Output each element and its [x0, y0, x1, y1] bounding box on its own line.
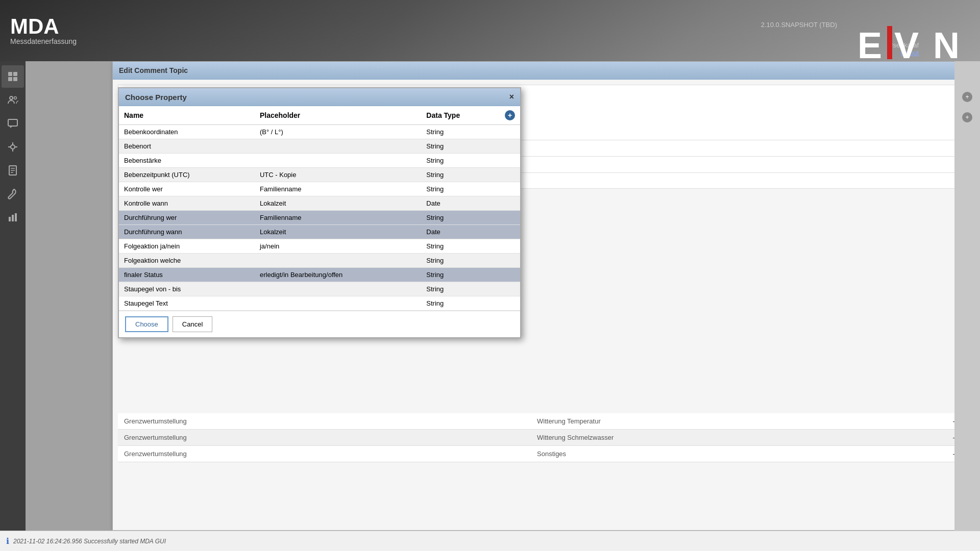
table-row[interactable]: Durchführung wann Lokalzeit Date: [119, 225, 520, 239]
prop-datatype-cell: String: [421, 211, 500, 225]
svg-rect-2: [8, 77, 12, 81]
status-info-icon: ℹ: [6, 536, 9, 546]
prop-name-cell: Staupegel Text: [119, 296, 255, 311]
right-add-btn[interactable]: +: [962, 92, 972, 102]
users-icon-btn[interactable]: [2, 89, 24, 111]
table-row[interactable]: Bebenort String: [119, 139, 520, 154]
prop-name-cell: Staupegel von - bis: [119, 282, 255, 296]
table-row[interactable]: Bebenzeitpunkt (UTC) UTC - Kopie String: [119, 168, 520, 182]
prop-name-cell: Bebenort: [119, 139, 255, 154]
prop-placeholder-cell: erledigt/in Bearbeitung/offen: [255, 268, 421, 282]
choose-dialog-close-btn[interactable]: ×: [509, 92, 514, 102]
left-icon-bar: [0, 61, 26, 531]
svg-text:N: N: [933, 25, 960, 64]
table-row[interactable]: Staupegel Text String: [119, 296, 520, 311]
prop-action-cell: [500, 296, 520, 311]
bottom-row-1-col2: Witterung Temperatur: [531, 413, 944, 429]
prop-name-cell: Bebenkoordinaten: [119, 125, 255, 139]
prop-action-cell: [500, 268, 520, 282]
svg-rect-1: [13, 72, 17, 76]
prop-datatype-cell: String: [421, 168, 500, 182]
prop-action-cell: [500, 154, 520, 168]
prop-action-cell: [500, 239, 520, 254]
prop-placeholder-cell: Familienname: [255, 211, 421, 225]
prop-placeholder-cell: Lokalzeit: [255, 225, 421, 239]
main-area: Edit Comment Topic × Nam finale Add TV- …: [26, 61, 980, 531]
prop-datatype-cell: String: [421, 296, 500, 311]
svg-point-4: [10, 96, 13, 99]
prop-placeholder-cell: (B° / L°): [255, 125, 421, 139]
table-row[interactable]: Kontrolle wann Lokalzeit Date: [119, 196, 520, 211]
prop-action-cell: [500, 168, 520, 182]
choose-dialog-header: Choose Property ×: [119, 88, 520, 106]
prop-placeholder-cell: Lokalzeit: [255, 196, 421, 211]
table-row[interactable]: Folgeaktion ja/nein ja/nein String: [119, 239, 520, 254]
document-icon-btn[interactable]: [2, 159, 24, 182]
wrench-icon-btn[interactable]: [2, 183, 24, 205]
app-header: MDA Messdatenerfassung 2.10.0.SNAPSHOT (…: [0, 0, 980, 61]
prop-datatype-cell: String: [421, 282, 500, 296]
prop-name-cell: Folgeaktion welche: [119, 254, 255, 268]
bottom-row-3-col2: Sonstiges: [531, 446, 944, 462]
table-row[interactable]: Durchführung wer Familienname String: [119, 211, 520, 225]
col-name-header: Name: [119, 106, 255, 125]
svg-text:V: V: [894, 25, 919, 64]
prop-action-cell: [500, 225, 520, 239]
svg-point-7: [11, 145, 15, 149]
prop-name-cell: Durchführung wann: [119, 225, 255, 239]
choose-property-dialog: Choose Property × Name Placeholder Data …: [118, 87, 521, 338]
bottom-row-1-col1: Grenzwertumstellung: [118, 413, 531, 429]
table-row[interactable]: Staupegel von - bis String: [119, 282, 520, 296]
prop-placeholder-cell: [255, 254, 421, 268]
version-label: 2.10.0.SNAPSHOT (TBD): [761, 21, 837, 29]
add-property-col: +: [500, 106, 520, 125]
prop-action-cell: [500, 196, 520, 211]
status-bar: ℹ 2021-11-02 16:24:26.956 Successfully s…: [0, 531, 980, 551]
choose-dialog-title: Choose Property: [125, 93, 187, 102]
bottom-row-2-col1: Grenzwertumstellung: [118, 430, 531, 445]
cancel-button[interactable]: Cancel: [173, 316, 212, 332]
prop-placeholder-cell: [255, 154, 421, 168]
col-datatype-header: Data Type: [421, 106, 500, 125]
add-property-btn[interactable]: +: [505, 110, 515, 120]
prop-action-cell: [500, 282, 520, 296]
table-row[interactable]: Folgeaktion welche String: [119, 254, 520, 268]
prop-placeholder-cell: ja/nein: [255, 239, 421, 254]
property-table-body: Bebenkoordinaten (B° / L°) String Bebeno…: [119, 125, 520, 311]
edit-dialog-title: Edit Comment Topic: [119, 66, 188, 74]
bottom-row-2-col2: Witterung Schmelzwasser: [531, 430, 944, 445]
table-row[interactable]: Kontrolle wer Familienname String: [119, 182, 520, 196]
table-row[interactable]: Bebenstärke String: [119, 154, 520, 168]
grid-icon-btn[interactable]: [2, 65, 24, 88]
choose-button[interactable]: Choose: [125, 316, 168, 332]
prop-placeholder-cell: [255, 296, 421, 311]
prop-action-cell: [500, 211, 520, 225]
prop-datatype-cell: String: [421, 254, 500, 268]
prop-name-cell: Bebenzeitpunkt (UTC): [119, 168, 255, 182]
svg-rect-0: [8, 72, 12, 76]
right-add-btn2[interactable]: +: [962, 112, 972, 122]
prop-name-cell: Folgeaktion ja/nein: [119, 239, 255, 254]
prop-datatype-cell: String: [421, 239, 500, 254]
svg-rect-16: [9, 217, 11, 221]
bottom-row-3-col1: Grenzwertumstellung: [118, 446, 531, 462]
prop-name-cell: Durchführung wer: [119, 211, 255, 225]
prop-action-cell: [500, 182, 520, 196]
choose-dialog-buttons: Choose Cancel: [119, 311, 520, 337]
svg-rect-18: [15, 213, 17, 221]
table-row[interactable]: Bebenkoordinaten (B° / L°) String: [119, 125, 520, 139]
svg-rect-6: [8, 119, 17, 126]
property-table-wrapper: Name Placeholder Data Type + Bebenkoordi…: [119, 106, 520, 311]
prop-action-cell: [500, 254, 520, 268]
prop-name-cell: finaler Status: [119, 268, 255, 282]
evn-logo: E V N: [857, 21, 970, 67]
prop-datatype-cell: String: [421, 139, 500, 154]
svg-point-5: [14, 97, 17, 99]
edit-dialog: Edit Comment Topic × Nam finale Add TV- …: [112, 61, 980, 531]
network-icon-btn[interactable]: [2, 136, 24, 158]
chart-icon-btn[interactable]: [2, 206, 24, 229]
prop-name-cell: Kontrolle wer: [119, 182, 255, 196]
chat-icon-btn[interactable]: [2, 112, 24, 135]
prop-placeholder-cell: [255, 139, 421, 154]
table-row[interactable]: finaler Status erledigt/in Bearbeitung/o…: [119, 268, 520, 282]
